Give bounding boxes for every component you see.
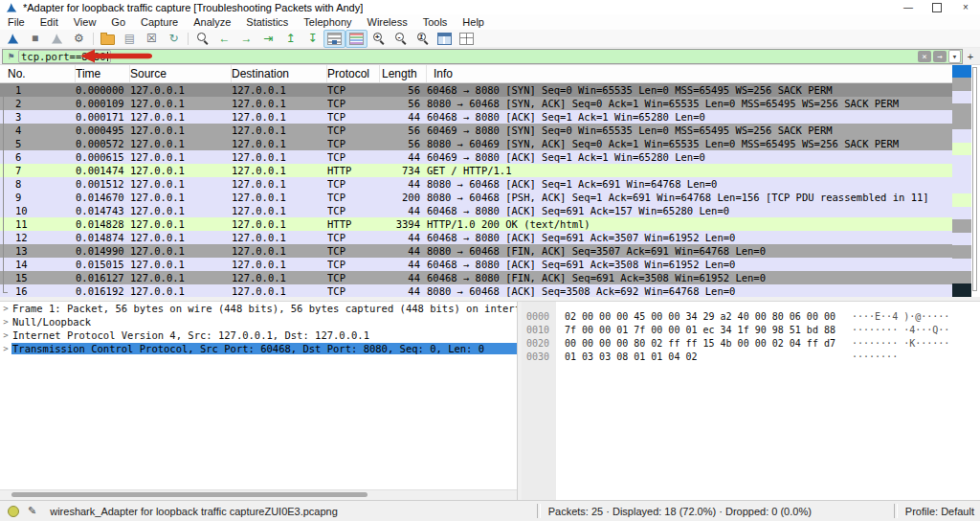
go-first-icon[interactable]: ↥ [279, 30, 301, 48]
column-header-protocol[interactable]: Protocol [327, 65, 380, 82]
packet-row-15[interactable]: 150.016127127.0.0.1127.0.0.1TCP4460468 →… [0, 271, 952, 284]
bookmark-icon[interactable]: ⚑ [4, 51, 18, 61]
hex-row-0000[interactable]: 000002 00 00 00 45 00 00 34 29 a2 40 00 … [522, 309, 980, 323]
hex-row-0030[interactable]: 003001 03 03 08 01 01 04 02········ [522, 350, 980, 363]
minimap-block-syn [952, 271, 971, 283]
wireshark-fin-icon [4, 2, 19, 13]
zoom-out-icon[interactable]: - [390, 30, 412, 48]
minimap-block-tcp [952, 155, 971, 168]
packet-row-12[interactable]: 120.014874127.0.0.1127.0.0.1TCP4460468 →… [0, 231, 952, 244]
go-back-icon[interactable]: ← [213, 30, 235, 48]
packet-row-6[interactable]: 60.000615127.0.0.1127.0.0.1TCP4460469 → … [0, 150, 952, 164]
menu-tools[interactable]: Tools [415, 16, 456, 28]
filter-add-button[interactable]: + [963, 51, 978, 62]
auto-scroll-icon[interactable] [323, 30, 345, 48]
packet-row-9[interactable]: 90.014670127.0.0.1127.0.0.1TCP2008080 → … [0, 191, 952, 204]
detail-row-null-loopback[interactable]: >Null/Loopback [0, 315, 517, 328]
menu-capture[interactable]: Capture [133, 16, 186, 28]
packet-list-header: No.TimeSourceDestinationProtocolLengthIn… [0, 65, 952, 83]
find-packet-icon[interactable] [191, 30, 213, 48]
packet-row-1[interactable]: 10.000000127.0.0.1127.0.0.1TCP5660468 → … [0, 83, 952, 97]
scrollbar-slider[interactable] [972, 67, 977, 291]
reload-icon[interactable]: ↻ [163, 30, 185, 48]
go-last-icon-glyph: ↧ [307, 33, 317, 44]
zoom-in-icon[interactable]: + [368, 30, 390, 48]
filter-dropdown-button[interactable]: ▾ [948, 50, 961, 63]
hex-row-0010[interactable]: 00107f 00 00 01 7f 00 00 01 ec 34 1f 90 … [522, 323, 980, 336]
column-header-info[interactable]: Info [427, 65, 952, 82]
go-last-icon[interactable]: ↧ [301, 30, 323, 48]
minimize-button[interactable]: — [894, 0, 923, 14]
menu-telephony[interactable]: Telephony [296, 16, 359, 28]
minimap-block-tcp [952, 233, 971, 245]
packet-row-13[interactable]: 130.014990127.0.0.1127.0.0.1TCP448080 → … [0, 244, 952, 258]
detail-row-ipv4[interactable]: >Internet Protocol Version 4, Src: 127.0… [0, 328, 517, 342]
close-file-icon-glyph: ☒ [146, 33, 157, 44]
packet-row-4[interactable]: 40.000495127.0.0.1127.0.0.1TCP5660469 → … [0, 124, 952, 137]
column-header-source[interactable]: Source [130, 65, 232, 82]
stop-capture-icon[interactable]: ■ [24, 30, 46, 48]
packet-row-16[interactable]: 160.016192127.0.0.1127.0.0.1TCP448080 → … [0, 284, 952, 297]
close-file-icon[interactable]: ☒ [141, 30, 163, 48]
menu-wireless[interactable]: Wireless [360, 16, 415, 28]
packet-row-5[interactable]: 50.000572127.0.0.1127.0.0.1TCP568080 → 6… [0, 137, 952, 150]
save-file-icon-glyph: ▤ [124, 33, 135, 44]
filter-clear-button[interactable]: × [918, 51, 931, 62]
colorize-icon[interactable] [345, 30, 368, 48]
conversation-bracket [3, 89, 8, 293]
intelligent-scrollbar[interactable] [952, 65, 980, 297]
menu-statistics[interactable]: Statistics [238, 16, 296, 28]
hex-row-0020[interactable]: 002000 00 00 00 80 02 ff ff 15 4b 00 00 … [522, 336, 980, 350]
go-to-packet-icon[interactable]: ⇥ [257, 30, 279, 48]
zoom-out-icon-glyph: - [394, 32, 408, 45]
resize-columns-icon[interactable] [434, 30, 456, 48]
zoom-reset-icon[interactable]: 1 [412, 30, 434, 48]
packet-details-pane: >Frame 1: Packet, 56 bytes on wire (448 … [0, 302, 518, 500]
reset-layout-icon[interactable] [456, 30, 478, 48]
minimap-block-syn [952, 103, 971, 116]
restart-capture-icon[interactable] [46, 30, 68, 48]
expander-icon[interactable]: > [0, 344, 11, 353]
packet-row-14[interactable]: 140.015015127.0.0.1127.0.0.1TCP4460468 →… [0, 258, 952, 271]
details-hscrollbar[interactable] [0, 489, 517, 500]
expander-icon[interactable]: > [0, 330, 11, 340]
menu-view[interactable]: View [66, 16, 104, 28]
packet-row-10[interactable]: 100.014743127.0.0.1127.0.0.1TCP4460468 →… [0, 204, 952, 217]
packet-row-11[interactable]: 110.014828127.0.0.1127.0.0.1HTTP3394HTTP… [0, 217, 952, 231]
packet-row-3[interactable]: 30.000171127.0.0.1127.0.0.1TCP4460468 → … [0, 110, 952, 124]
packet-row-7[interactable]: 70.001474127.0.0.1127.0.0.1HTTP734GET / … [0, 164, 952, 177]
packet-row-8[interactable]: 80.001512127.0.0.1127.0.0.1TCP448080 → 6… [0, 177, 952, 191]
expert-info-icon[interactable] [8, 506, 19, 517]
go-forward-icon[interactable]: → [235, 30, 257, 48]
menu-analyze[interactable]: Analyze [186, 16, 238, 28]
open-file-icon[interactable] [97, 30, 119, 48]
details-hscrollbar-thumb[interactable] [11, 492, 368, 497]
menu-help[interactable]: Help [455, 16, 492, 28]
close-button[interactable]: × [951, 0, 980, 14]
column-header-destination[interactable]: Destination [232, 65, 327, 82]
maximize-button[interactable] [923, 0, 951, 14]
capture-comment-icon[interactable]: ✎ [28, 505, 36, 517]
expander-icon[interactable]: > [0, 304, 11, 313]
menu-file[interactable]: File [0, 16, 33, 28]
menu-go[interactable]: Go [103, 16, 133, 28]
start-capture-icon[interactable] [2, 30, 24, 48]
minimap-block-selected [952, 65, 971, 78]
packet-row-2[interactable]: 20.000109127.0.0.1127.0.0.1TCP568080 → 6… [0, 97, 952, 110]
detail-row-frame[interactable]: >Frame 1: Packet, 56 bytes on wire (448 … [0, 302, 517, 315]
minimap-block-http [952, 143, 971, 155]
filter-apply-button[interactable]: → [933, 51, 947, 62]
toolbar-separator [93, 33, 94, 45]
capture-options-icon[interactable]: ⚙ [68, 30, 90, 48]
colorize-icon-glyph [349, 33, 364, 45]
column-header-no[interactable]: No. [0, 65, 76, 82]
column-header-length[interactable]: Length [380, 65, 427, 82]
menu-edit[interactable]: Edit [33, 16, 66, 28]
column-header-time[interactable]: Time [76, 65, 130, 82]
detail-row-tcp[interactable]: >Transmission Control Protocol, Src Port… [0, 342, 517, 355]
save-file-icon[interactable]: ▤ [119, 30, 141, 48]
filter-bar: ⚑ tcp.port==8080 × → ▾ + [0, 48, 980, 64]
profile-indicator[interactable]: Profile: Default [905, 506, 974, 517]
expander-icon[interactable]: > [0, 317, 11, 327]
display-filter-input[interactable]: ⚑ tcp.port==8080 × → ▾ [2, 49, 963, 64]
